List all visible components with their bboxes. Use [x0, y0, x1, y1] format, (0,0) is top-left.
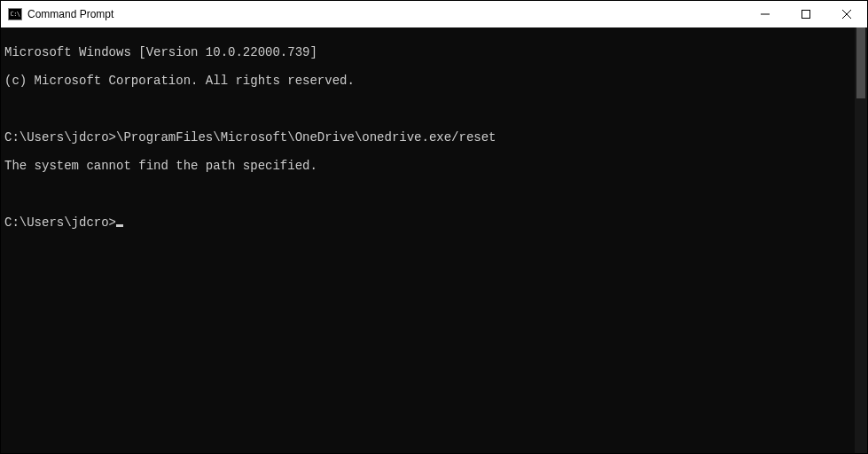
- current-prompt-line: C:\Users\jdcro>: [4, 215, 851, 230]
- terminal-area[interactable]: Microsoft Windows [Version 10.0.22000.73…: [1, 27, 855, 453]
- blank-line: [4, 102, 851, 116]
- titlebar-left: C:\ Command Prompt: [8, 8, 113, 20]
- svg-rect-1: [802, 11, 810, 19]
- copyright-line: (c) Microsoft Corporation. All rights re…: [4, 74, 851, 88]
- window-title: Command Prompt: [27, 8, 113, 20]
- cursor: [116, 224, 123, 227]
- command-line: C:\Users\jdcro>\ProgramFiles\Microsoft\O…: [4, 130, 851, 145]
- minimize-icon: [761, 10, 770, 19]
- prompt-prefix: C:\Users\jdcro>: [4, 130, 116, 145]
- terminal-wrap: Microsoft Windows [Version 10.0.22000.73…: [1, 27, 867, 453]
- titlebar[interactable]: C:\ Command Prompt: [1, 1, 867, 27]
- command-prompt-window: C:\ Command Prompt Microsoft Windows [Ve…: [0, 0, 868, 454]
- prompt-prefix: C:\Users\jdcro>: [4, 215, 116, 230]
- vertical-scrollbar[interactable]: [855, 27, 867, 453]
- blank-line: [4, 187, 851, 201]
- error-message: The system cannot find the path specifie…: [4, 159, 851, 173]
- scrollbar-thumb[interactable]: [856, 27, 865, 98]
- close-icon: [842, 10, 851, 19]
- maximize-icon: [802, 10, 810, 19]
- maximize-button[interactable]: [786, 1, 826, 27]
- entered-command: \ProgramFiles\Microsoft\OneDrive\onedriv…: [116, 130, 496, 145]
- cmd-icon: C:\: [8, 8, 22, 20]
- minimize-button[interactable]: [745, 1, 786, 27]
- version-line: Microsoft Windows [Version 10.0.22000.73…: [4, 45, 851, 59]
- window-controls: [745, 1, 867, 27]
- close-button[interactable]: [826, 1, 867, 27]
